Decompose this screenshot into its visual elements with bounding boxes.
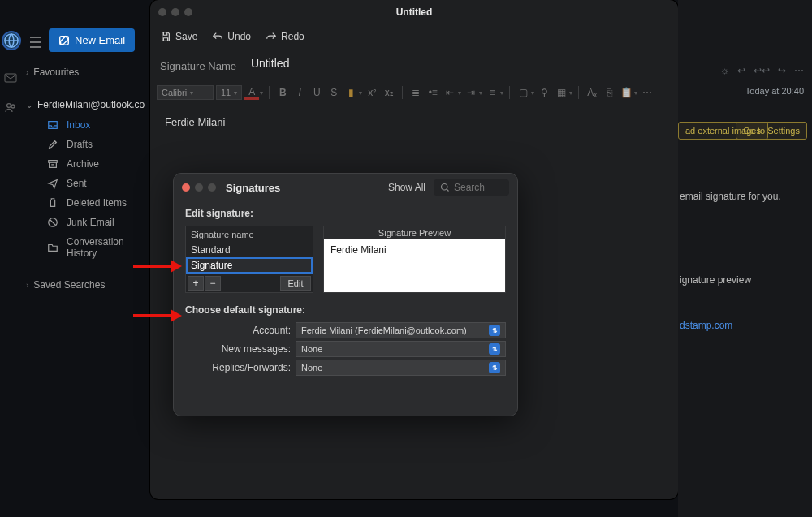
format-toolbar: Calibri▾ 11▾ A▾ B I U S ▮▾ x² x₂ ≣ •≡ ⇤▾… [150,80,678,105]
message-timestamp: Today at 20:40 [745,86,804,96]
mail-rail-icon[interactable] [4,71,17,87]
svg-point-7 [442,184,448,191]
copy-format-icon[interactable]: ⎘ [602,85,616,100]
superscript-icon[interactable]: x² [365,85,379,100]
folder-label: Conversation History [67,236,145,259]
defaults-header: Choose default signature: [185,304,506,316]
bulleted-list-icon[interactable]: •≡ [425,85,440,100]
save-button[interactable]: Save [160,31,197,42]
folder-deleted[interactable]: Deleted Items [24,193,150,213]
signature-preview-header: Signature Preview [324,226,505,239]
more-icon[interactable]: ⋯ [640,85,654,100]
align-icon[interactable]: ≡ [485,85,499,100]
close-icon[interactable] [182,183,190,192]
outdent-icon[interactable]: ⇤ [443,85,457,100]
chevron-right-icon: › [26,281,28,290]
signature-list-item-editing[interactable]: Signature [186,257,313,274]
favourites-label: Favourites [33,67,79,78]
archive-icon [47,158,58,170]
svg-rect-1 [5,74,16,82]
people-rail-icon[interactable] [4,101,17,117]
indent-icon[interactable]: ⇥ [464,85,478,100]
reply-icon[interactable]: ↩ [737,65,745,76]
account-label: Account: [185,325,291,336]
annotation-arrow-1 [133,260,182,273]
saved-searches-label: Saved Searches [33,279,105,291]
sun-icon[interactable]: ☼ [720,65,729,76]
folder-sent[interactable]: Sent [24,174,150,193]
account-section[interactable]: ⌄ FerdieMilani@outlook.co [24,94,150,115]
link-icon[interactable]: ⚲ [537,85,551,100]
chevron-right-icon: › [26,68,28,77]
clear-format-icon[interactable]: Aᵪ [585,85,599,100]
redo-button[interactable]: Redo [266,31,304,42]
signature-editor-body[interactable]: Ferdie Milani [150,105,678,140]
signature-list-panel: Signature name Standard Signature + − Ed… [185,226,313,293]
numbered-list-icon[interactable]: ≣ [408,85,423,100]
signature-list-header: Signature name [186,226,313,243]
background-message-pane: ☼ ↩ ↩↩ ↪ ⋯ Today at 20:40 ad external im… [678,0,812,517]
subscript-icon[interactable]: x₂ [382,85,396,100]
bg-link[interactable]: dstamp.com [680,320,732,331]
replies-forwards-select[interactable]: None⇅ [296,360,506,376]
folder-junk[interactable]: Junk Email [24,213,150,232]
new-email-label: New Email [75,34,125,46]
paste-icon[interactable]: 📋 [619,85,633,100]
font-color-icon[interactable]: A [244,85,259,100]
folder-conversation-history[interactable]: Conversation History [24,232,150,263]
svg-point-3 [11,105,15,108]
dropdown-icon: ⇅ [489,343,500,355]
signature-list-item[interactable]: Standard [186,243,313,257]
bg-text-2: ignature preview [680,274,751,286]
add-signature-button[interactable]: + [188,276,204,291]
folder-label: Drafts [67,139,93,150]
show-all-button[interactable]: Show All [388,182,425,193]
menu-toggle-icon[interactable] [29,37,42,50]
dropdown-icon: ⇅ [489,325,500,336]
folder-archive[interactable]: Archive [24,154,150,174]
reply-all-icon[interactable]: ↩↩ [754,65,770,76]
go-to-settings-chip[interactable]: Go to Settings [736,122,807,140]
window-titlebar[interactable]: Untitled [150,0,678,24]
edit-signature-button[interactable]: Edit [280,276,311,291]
signatures-dialog-titlebar[interactable]: Signatures Show All [174,174,517,201]
table-icon[interactable]: ▦ [554,85,568,100]
signatures-dialog-title: Signatures [226,182,280,194]
folder-label: Inbox [67,119,90,131]
remove-signature-button[interactable]: − [205,276,221,291]
trash-icon [47,197,58,209]
saved-searches-section[interactable]: › Saved Searches [24,274,150,295]
signature-name-input[interactable]: Untitled [251,57,668,75]
font-size-select[interactable]: 11▾ [216,85,242,100]
new-email-button[interactable]: New Email [49,28,135,52]
highlight-icon[interactable]: ▮ [343,85,358,100]
signature-preview-panel: Signature Preview Ferdie Milani [323,226,506,293]
folder-drafts[interactable]: Drafts [24,135,150,154]
strikethrough-icon[interactable]: S [326,85,341,100]
minimize-icon[interactable] [195,183,203,192]
forward-icon[interactable]: ↪ [778,65,786,76]
signatures-dialog: Signatures Show All Edit signature: Sign… [173,173,518,416]
search-box[interactable] [434,179,509,196]
favourites-section[interactable]: › Favourites [24,62,150,83]
signature-name-label: Signature Name [160,60,236,72]
more-actions-icon[interactable]: ⋯ [794,65,804,76]
new-messages-select[interactable]: None⇅ [296,341,506,357]
undo-button[interactable]: Undo [212,31,251,42]
chevron-down-icon: ⌄ [26,101,32,110]
underline-icon[interactable]: U [309,85,324,100]
folder-inbox[interactable]: Inbox [24,115,150,135]
search-input[interactable] [454,182,503,193]
insert-image-icon[interactable]: ▢ [516,85,530,100]
annotation-arrow-2 [133,309,182,322]
account-select[interactable]: Ferdie Milani (FerdieMilani@outlook.com)… [296,322,506,338]
window-title: Untitled [150,6,678,18]
bold-icon[interactable]: B [275,85,290,100]
inbox-icon [47,119,58,131]
font-family-select[interactable]: Calibri▾ [157,85,214,100]
bg-text-1: email signature for you. [680,191,781,202]
folder-label: Junk Email [67,217,114,228]
italic-icon[interactable]: I [292,85,307,100]
folder-icon [47,242,58,253]
zoom-icon[interactable] [208,183,216,192]
